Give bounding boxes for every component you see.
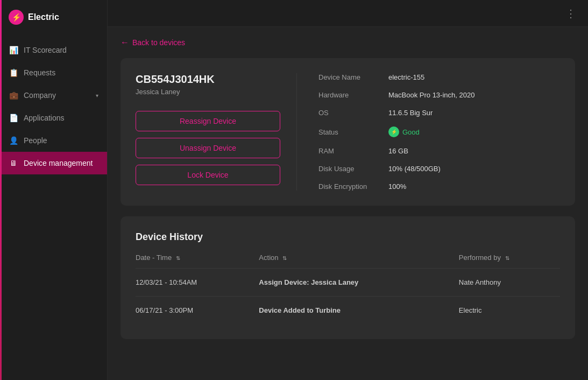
device-title: CB554J3014HK: [136, 73, 280, 86]
company-icon: 💼: [9, 90, 18, 100]
spec-status: Status ⚡ Good: [318, 126, 560, 137]
disk-usage-value: 10% (48/500GB): [388, 165, 441, 173]
applications-icon: 📄: [9, 113, 18, 123]
col-performed-by[interactable]: Performed by ⇅: [459, 254, 560, 269]
spec-hardware: Hardware MacBook Pro 13-inch, 2020: [318, 91, 560, 99]
history-title: Device History: [136, 231, 560, 243]
sidebar-label-applications: Applications: [24, 114, 98, 122]
hardware-value: MacBook Pro 13-inch, 2020: [388, 91, 474, 99]
os-label: OS: [318, 109, 388, 117]
disk-encryption-value: 100%: [388, 182, 406, 191]
requests-icon: 📋: [9, 68, 18, 78]
back-arrow-icon: ←: [121, 38, 129, 47]
disk-usage-label: Disk Usage: [318, 165, 388, 173]
sidebar-item-people[interactable]: 👤 People: [0, 129, 107, 152]
spec-disk-usage: Disk Usage 10% (48/500GB): [318, 165, 560, 173]
disk-encryption-label: Disk Encryption: [318, 182, 388, 191]
sidebar-label-requests: Requests: [24, 68, 98, 77]
it-scorecard-icon: 📊: [9, 45, 18, 55]
sidebar-item-it-scorecard[interactable]: 📊 IT Scorecard: [0, 39, 107, 61]
sidebar: ⚡ Electric 📊 IT Scorecard 📋 Requests 💼 C…: [0, 0, 108, 380]
status-dot-icon: ⚡: [388, 126, 399, 137]
device-name-value: electric-155: [388, 73, 424, 81]
sidebar-label-device-management: Device management: [24, 159, 98, 167]
sidebar-label-company: Company: [24, 91, 90, 100]
reassign-device-button[interactable]: Reassign Device: [136, 111, 280, 131]
ram-label: RAM: [318, 147, 388, 155]
top-bar: ⋮: [108, 0, 588, 27]
device-left-panel: CB554J3014HK Jessica Laney Reassign Devi…: [136, 73, 297, 191]
sort-date-icon: ⇅: [176, 255, 180, 261]
cell-action: Device Added to Turbine: [259, 297, 459, 325]
spec-disk-encryption: Disk Encryption 100%: [318, 182, 560, 191]
table-row: 06/17/21 - 3:00PM Device Added to Turbin…: [136, 297, 560, 325]
device-id: CB554J3014HK: [136, 73, 215, 86]
logo: ⚡ Electric: [0, 0, 107, 34]
lock-device-button[interactable]: Lock Device: [136, 165, 280, 185]
sidebar-nav: 📊 IT Scorecard 📋 Requests 💼 Company ▾ 📄 …: [0, 34, 107, 380]
logo-text: Electric: [28, 12, 59, 22]
sidebar-item-device-management[interactable]: 🖥 Device management: [0, 152, 107, 174]
col-date-time[interactable]: Date - Time ⇅: [136, 254, 259, 269]
history-card: Device History Date - Time ⇅ Action ⇅: [121, 216, 575, 339]
sidebar-item-applications[interactable]: 📄 Applications: [0, 107, 107, 129]
cell-date-time: 12/03/21 - 10:54AM: [136, 269, 259, 297]
sidebar-item-requests[interactable]: 📋 Requests: [0, 61, 107, 84]
logo-icon: ⚡: [9, 10, 24, 25]
status-badge: ⚡ Good: [388, 126, 420, 137]
cell-performed-by: Electric: [459, 297, 560, 325]
spec-ram: RAM 16 GB: [318, 147, 560, 155]
people-icon: 👤: [9, 136, 18, 145]
table-row: 12/03/21 - 10:54AM Assign Device: Jessic…: [136, 269, 560, 297]
back-to-devices-link[interactable]: ← Back to devices: [121, 38, 575, 47]
cell-performed-by: Nate Anthony: [459, 269, 560, 297]
device-management-icon: 🖥: [9, 158, 18, 168]
status-value: Good: [402, 128, 420, 136]
chevron-down-icon: ▾: [96, 93, 98, 98]
history-table: Date - Time ⇅ Action ⇅ Performed by ⇅: [136, 254, 560, 324]
ram-value: 16 GB: [388, 147, 408, 155]
page-content: ← Back to devices CB554J3014HK Jessica L…: [108, 27, 588, 350]
more-options-button[interactable]: ⋮: [565, 7, 577, 20]
os-value: 11.6.5 Big Sur: [388, 109, 433, 117]
device-user: Jessica Laney: [136, 88, 280, 96]
col-action[interactable]: Action ⇅: [259, 254, 459, 269]
sort-action-icon: ⇅: [282, 255, 287, 261]
action-buttons: Reassign Device Unassign Device Lock Dev…: [136, 111, 280, 185]
sidebar-item-company[interactable]: 💼 Company ▾: [0, 84, 107, 107]
device-specs-panel: Device Name electric-155 Hardware MacBoo…: [297, 73, 560, 191]
spec-device-name: Device Name electric-155: [318, 73, 560, 81]
back-link-label: Back to devices: [132, 38, 185, 47]
hardware-label: Hardware: [318, 91, 388, 99]
unassign-device-button[interactable]: Unassign Device: [136, 138, 280, 158]
cell-action: Assign Device: Jessica Laney: [259, 269, 459, 297]
spec-os: OS 11.6.5 Big Sur: [318, 109, 560, 117]
device-card: CB554J3014HK Jessica Laney Reassign Devi…: [121, 58, 575, 206]
status-label: Status: [318, 128, 388, 136]
device-name-label: Device Name: [318, 73, 388, 81]
cell-date-time: 06/17/21 - 3:00PM: [136, 297, 259, 325]
sidebar-label-it-scorecard: IT Scorecard: [24, 46, 98, 54]
main-content: ⋮ ← Back to devices CB554J3014HK Jessica…: [108, 0, 588, 380]
sidebar-label-people: People: [24, 136, 98, 145]
sort-performed-icon: ⇅: [505, 255, 509, 261]
